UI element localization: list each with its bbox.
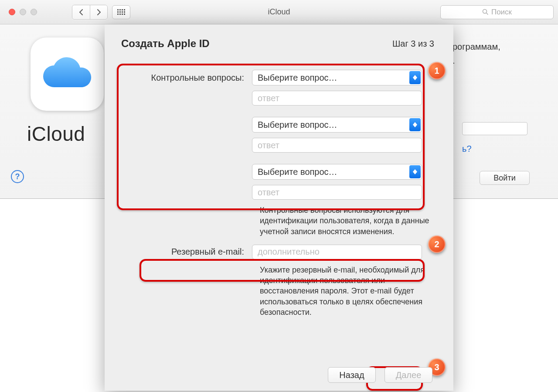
zoom-window-button[interactable] xyxy=(31,9,37,15)
help-button[interactable]: ? xyxy=(11,170,24,183)
chevron-right-icon xyxy=(96,9,102,16)
annotation-badge-1: 1 xyxy=(428,62,446,79)
create-apple-id-sheet: Создать Apple ID Шаг 3 из 3 1 2 3 Контро… xyxy=(105,24,453,391)
search-input[interactable]: Поиск xyxy=(440,5,554,19)
icloud-app-icon xyxy=(31,37,104,111)
question-select-3[interactable]: Выберите вопрос… xyxy=(252,164,422,180)
icloud-label: iCloud xyxy=(27,122,85,146)
select-value: Выберите вопрос… xyxy=(258,167,337,177)
search-icon xyxy=(482,9,489,15)
backup-email-input[interactable] xyxy=(252,245,422,259)
close-window-button[interactable] xyxy=(9,9,15,15)
cloud-icon xyxy=(41,57,93,92)
forward-nav-button[interactable] xyxy=(90,5,107,19)
bg-forgot-link-partial[interactable]: ь? xyxy=(462,144,472,154)
show-all-prefs-button[interactable] xyxy=(112,5,130,19)
select-value: Выберите вопрос… xyxy=(258,73,337,83)
help-icon: ? xyxy=(15,172,20,181)
answer-input-2[interactable] xyxy=(252,138,422,153)
bg-text-partial: рограммам, xyxy=(453,42,500,52)
answer-input-3[interactable] xyxy=(252,185,422,200)
sheet-title: Создать Apple ID xyxy=(121,37,210,50)
svg-point-0 xyxy=(483,10,487,14)
window-titlebar: iCloud Поиск xyxy=(0,0,558,24)
select-value: Выберите вопрос… xyxy=(258,120,337,130)
question-select-2[interactable]: Выберите вопрос… xyxy=(252,117,422,133)
back-button[interactable]: Назад xyxy=(328,367,376,383)
search-placeholder: Поиск xyxy=(491,8,512,17)
question-select-1[interactable]: Выберите вопрос… xyxy=(252,70,422,85)
back-nav-button[interactable] xyxy=(72,5,90,19)
minimize-window-button[interactable] xyxy=(20,9,26,15)
bg-password-input-partial[interactable] xyxy=(462,122,527,135)
backup-email-label: Резервный e-mail: xyxy=(121,247,252,257)
sheet-step: Шаг 3 из 3 xyxy=(392,39,434,49)
traffic-lights xyxy=(9,9,37,15)
updown-icon xyxy=(409,165,421,178)
sheet-buttons: Назад Далее xyxy=(328,367,432,383)
questions-help-text: Контрольные вопросы используются для иде… xyxy=(260,205,434,237)
sheet-form: 1 2 3 Контрольные вопросы: Выберите вопр… xyxy=(105,62,453,317)
backup-email-help-text: Укажите резервный e-mail, необходимый дл… xyxy=(260,265,434,317)
chevron-left-icon xyxy=(78,9,84,16)
nav-buttons xyxy=(72,5,108,20)
answer-input-1[interactable] xyxy=(252,91,422,106)
grid-icon xyxy=(117,9,125,15)
updown-icon xyxy=(409,118,421,131)
questions-label: Контрольные вопросы: xyxy=(121,73,252,83)
annotation-badge-2: 2 xyxy=(428,235,446,253)
svg-line-1 xyxy=(487,13,488,15)
window-title: iCloud xyxy=(268,7,290,17)
updown-icon xyxy=(409,71,421,84)
sheet-header: Создать Apple ID Шаг 3 из 3 xyxy=(105,24,453,53)
login-button[interactable]: Войти xyxy=(480,171,530,185)
next-button[interactable]: Далее xyxy=(384,367,432,383)
